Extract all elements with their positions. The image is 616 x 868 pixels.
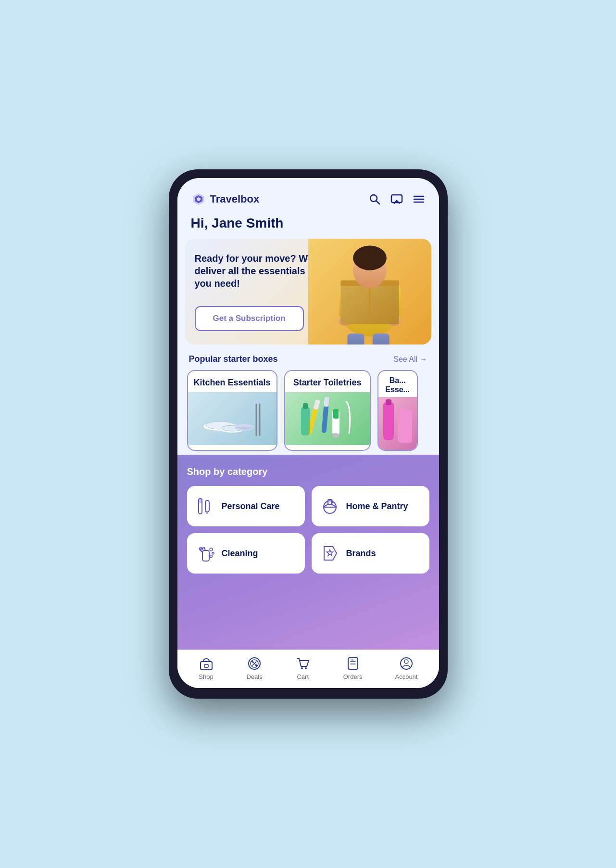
- svg-point-60: [255, 664, 257, 666]
- bath-svg: [378, 397, 417, 450]
- svg-rect-43: [199, 498, 202, 503]
- nav-deals[interactable]: Deals: [247, 656, 263, 680]
- categories-section: Shop by category Personal: [177, 455, 439, 650]
- toiletries-svg: [291, 395, 364, 443]
- svg-rect-49: [202, 550, 209, 561]
- svg-point-62: [305, 667, 307, 669]
- svg-rect-44: [205, 500, 209, 512]
- personal-care-icon: [195, 496, 216, 517]
- svg-rect-40: [398, 409, 412, 443]
- phone-shell: Travelbox: [169, 169, 448, 699]
- category-brands[interactable]: Brands: [312, 533, 429, 574]
- cleaning-label: Cleaning: [222, 549, 258, 559]
- nav-shop[interactable]: Shop: [199, 656, 214, 680]
- svg-rect-55: [201, 662, 212, 670]
- nav-account-label: Account: [395, 673, 417, 680]
- box-card-bath[interactable]: Ba...Esse...: [377, 370, 418, 451]
- box-label-kitchen: Kitchen Essentials: [188, 371, 277, 392]
- svg-marker-54: [327, 549, 333, 556]
- header: Travelbox: [177, 178, 439, 212]
- svg-rect-38: [303, 403, 308, 409]
- category-cleaning[interactable]: Cleaning: [187, 533, 305, 574]
- kitchen-svg: [196, 395, 268, 443]
- svg-point-68: [404, 660, 408, 664]
- nav-cart-label: Cart: [297, 673, 309, 680]
- box-image-kitchen: [188, 392, 277, 445]
- box-label-bath: Ba...Esse...: [378, 371, 417, 397]
- svg-rect-41: [386, 399, 391, 405]
- categories-grid: Personal Care: [187, 486, 429, 574]
- search-icon[interactable]: [368, 192, 381, 206]
- svg-point-52: [212, 552, 214, 554]
- hero-banner: Ready for your move? We'll deliver all t…: [185, 239, 431, 345]
- svg-point-51: [210, 548, 213, 551]
- box-card-kitchen[interactable]: Kitchen Essentials: [187, 370, 277, 451]
- svg-rect-35: [333, 409, 339, 419]
- personal-care-label: Personal Care: [222, 501, 280, 512]
- svg-rect-45: [206, 512, 208, 514]
- nav-account[interactable]: Account: [395, 656, 417, 680]
- popular-boxes-title: Popular starter boxes: [189, 354, 278, 364]
- see-all-button[interactable]: See All →: [393, 355, 427, 364]
- svg-line-4: [376, 201, 379, 204]
- popular-boxes-header: Popular starter boxes See All →: [177, 345, 439, 370]
- nav-cart[interactable]: Cart: [295, 656, 311, 680]
- hero-image: [308, 239, 431, 345]
- logo-area: Travelbox: [191, 191, 260, 207]
- hero-headline: Ready for your move? We'll deliver all t…: [195, 252, 323, 290]
- account-icon: [399, 656, 414, 671]
- menu-icon[interactable]: [412, 192, 426, 206]
- brands-icon: [319, 543, 340, 564]
- cart-icon: [295, 656, 311, 671]
- category-home-pantry[interactable]: Home & Pantry: [312, 486, 429, 526]
- box-image-bath: [378, 397, 417, 450]
- nav-deals-label: Deals: [247, 673, 263, 680]
- shop-icon: [199, 656, 214, 671]
- box-card-toiletries[interactable]: Starter Toiletries: [284, 370, 371, 451]
- svg-rect-56: [204, 664, 208, 667]
- header-icons: [368, 192, 426, 206]
- svg-rect-48: [328, 499, 332, 504]
- nav-orders-label: Orders: [343, 673, 363, 680]
- svg-rect-21: [372, 333, 389, 345]
- svg-rect-39: [383, 402, 394, 440]
- brands-label: Brands: [346, 549, 376, 559]
- cleaning-icon: [195, 543, 216, 564]
- svg-point-53: [210, 555, 212, 558]
- bottom-nav: Shop Deals: [177, 650, 439, 688]
- message-icon[interactable]: [390, 192, 403, 206]
- nav-shop-label: Shop: [199, 673, 213, 680]
- box-label-toiletries: Starter Toiletries: [285, 371, 370, 392]
- svg-rect-20: [347, 333, 364, 345]
- greeting-section: Hi, Jane Smith: [177, 212, 439, 239]
- box-image-toiletries: [285, 392, 370, 445]
- svg-rect-33: [324, 396, 329, 407]
- category-personal-care[interactable]: Personal Care: [187, 486, 305, 526]
- home-pantry-label: Home & Pantry: [346, 501, 408, 512]
- subscription-button[interactable]: Get a Subscription: [195, 306, 304, 331]
- svg-rect-31: [313, 399, 320, 410]
- svg-point-59: [251, 661, 253, 663]
- home-pantry-icon: [319, 496, 340, 517]
- svg-point-36: [332, 433, 339, 438]
- nav-orders[interactable]: $ Orders: [343, 656, 363, 680]
- categories-title: Shop by category: [187, 466, 429, 477]
- greeting-text: Hi, Jane Smith: [191, 216, 284, 230]
- svg-point-19: [353, 246, 387, 270]
- svg-rect-37: [301, 407, 310, 435]
- boxes-scroll: Kitchen Essentials: [177, 370, 439, 455]
- svg-point-61: [301, 667, 303, 669]
- logo-text: Travelbox: [210, 193, 260, 205]
- phone-screen: Travelbox: [177, 178, 439, 688]
- orders-icon: $: [345, 656, 361, 671]
- deals-icon: [247, 656, 262, 671]
- logo-icon: [191, 191, 206, 207]
- svg-text:$: $: [352, 658, 353, 662]
